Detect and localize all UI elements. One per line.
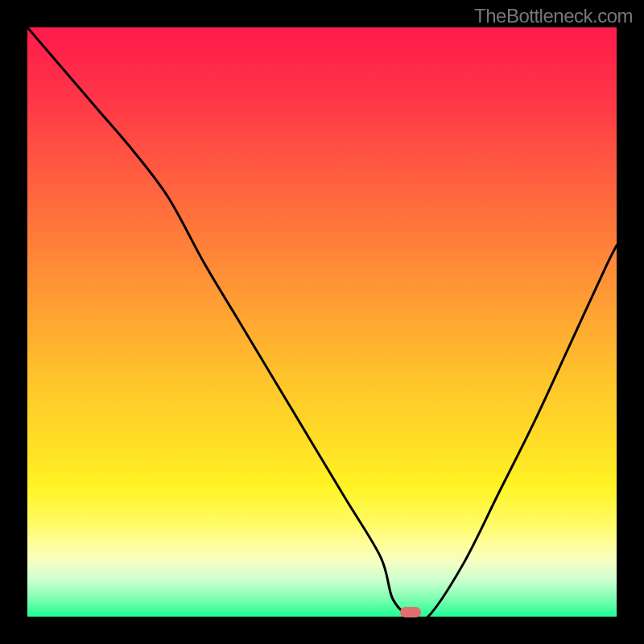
- curve-line: [27, 27, 617, 617]
- bottleneck-curve: [27, 27, 617, 617]
- watermark-text: TheBottleneck.com: [474, 5, 633, 27]
- chart-plot-area: [27, 27, 617, 617]
- optimal-marker: [400, 607, 421, 617]
